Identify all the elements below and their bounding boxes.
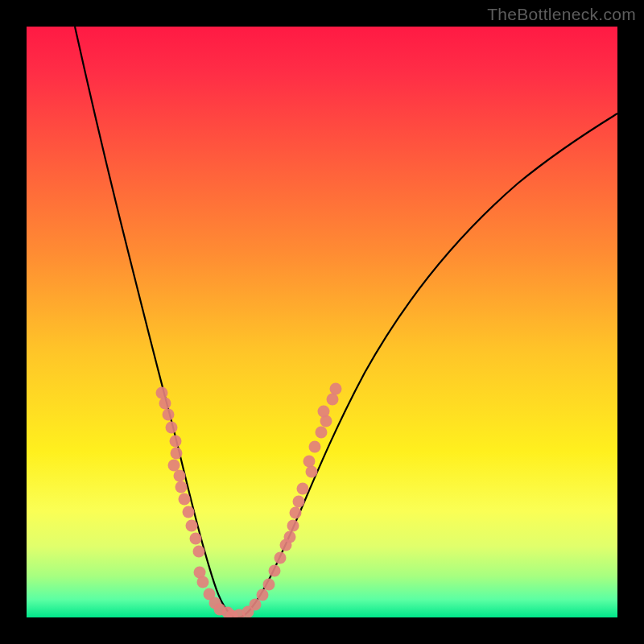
marker-dot	[309, 441, 321, 453]
marker-dot	[293, 496, 305, 508]
marker-dot	[263, 579, 275, 591]
marker-dot	[186, 520, 198, 532]
marker-dot	[303, 456, 316, 468]
marker-dot	[318, 406, 330, 418]
marker-dot	[197, 576, 209, 588]
marker-dot	[156, 387, 168, 399]
marker-dot	[327, 394, 339, 406]
marker-group	[156, 383, 342, 618]
marker-dot	[269, 565, 281, 577]
marker-dot	[168, 460, 180, 472]
marker-dot	[250, 599, 262, 611]
marker-dot	[190, 533, 202, 545]
marker-dot	[297, 483, 309, 495]
marker-dot	[257, 589, 269, 601]
marker-dot	[159, 398, 171, 410]
marker-dot	[179, 493, 191, 506]
marker-dot	[275, 552, 287, 564]
marker-dot	[174, 470, 186, 482]
watermark-text: TheBottleneck.com	[487, 5, 636, 24]
marker-dot	[171, 448, 183, 460]
marker-dot	[290, 507, 302, 519]
marker-dot	[163, 409, 175, 421]
marker-dot	[306, 466, 318, 478]
plot-area	[27, 27, 617, 617]
marker-dot	[287, 520, 299, 532]
marker-dot	[183, 506, 195, 518]
marker-dot	[166, 422, 178, 434]
marker-dot	[193, 546, 205, 558]
marker-dot	[170, 436, 182, 448]
curve-layer	[27, 27, 617, 617]
bottleneck-curve	[75, 27, 617, 617]
marker-dot	[284, 531, 296, 543]
marker-dot	[330, 383, 342, 395]
marker-dot	[316, 427, 328, 439]
marker-dot	[175, 481, 188, 493]
chart-frame: TheBottleneck.com	[0, 0, 644, 644]
